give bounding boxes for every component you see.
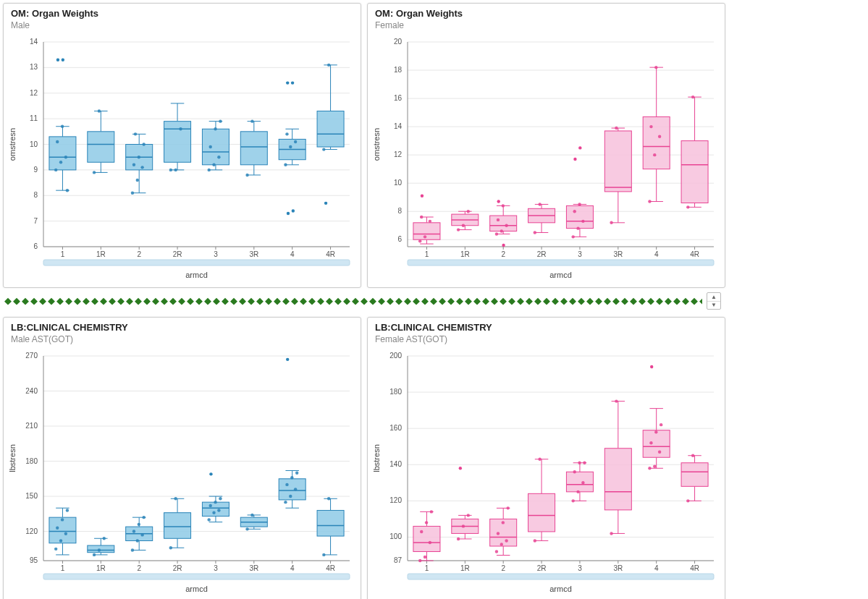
svg-point-69 [140, 166, 143, 169]
svg-rect-278 [43, 574, 350, 579]
svg-text:12: 12 [394, 150, 403, 158]
svg-text:180: 180 [25, 457, 38, 465]
svg-point-404 [424, 556, 426, 558]
svg-text:1R: 1R [460, 564, 470, 572]
svg-point-339 [245, 527, 248, 530]
svg-point-467 [658, 451, 661, 454]
panel-subtitle: Male [4, 20, 361, 33]
panel-om-female: OM: Organ Weights Female 681012141618201… [367, 3, 725, 288]
svg-rect-78 [164, 122, 191, 163]
svg-rect-345 [279, 479, 306, 500]
svg-point-428 [497, 532, 500, 535]
svg-text:6: 6 [397, 235, 402, 243]
chart-om-female[interactable]: 6810121416182011R22R33R44Romstresnarmcd [368, 33, 725, 286]
svg-point-59 [93, 171, 96, 174]
svg-point-403 [418, 559, 421, 562]
svg-point-51 [56, 59, 59, 61]
panel-title: LB:CLINICAL CHEMISTRY [375, 322, 492, 333]
svg-point-170 [424, 235, 426, 238]
svg-point-348 [289, 495, 292, 498]
svg-rect-358 [317, 510, 344, 536]
svg-point-91 [217, 156, 220, 158]
svg-text:3R: 3R [249, 564, 258, 572]
svg-text:1: 1 [61, 250, 65, 258]
svg-point-182 [467, 210, 470, 213]
svg-text:140: 140 [389, 460, 402, 468]
svg-point-215 [573, 158, 576, 161]
svg-point-287 [64, 532, 67, 535]
svg-text:2: 2 [137, 250, 141, 258]
svg-point-448 [573, 470, 576, 473]
svg-point-203 [538, 203, 541, 205]
svg-point-331 [219, 497, 222, 500]
svg-point-195 [502, 244, 505, 247]
svg-point-446 [576, 490, 579, 493]
panel-grid: OM: Organ Weights Male 6789101112131411R… [0, 0, 868, 288]
svg-point-309 [132, 530, 135, 532]
svg-point-50 [66, 189, 69, 192]
svg-text:2R: 2R [173, 250, 182, 258]
svg-point-116 [292, 209, 295, 212]
chart-om-male[interactable]: 6789101112131411R22R33R44Romstresnarmcd [4, 33, 361, 286]
svg-point-438 [538, 458, 541, 461]
svg-text:4: 4 [290, 250, 295, 258]
svg-point-231 [648, 200, 651, 203]
svg-point-319 [174, 497, 177, 500]
chevron-down-icon[interactable]: ▼ [707, 302, 720, 310]
svg-point-192 [497, 218, 500, 221]
svg-point-332 [209, 472, 212, 475]
svg-text:8: 8 [397, 207, 402, 215]
svg-point-94 [219, 119, 222, 122]
svg-point-286 [59, 539, 62, 542]
svg-point-449 [578, 462, 581, 464]
svg-point-468 [649, 441, 652, 444]
svg-text:lbstresn: lbstresn [8, 444, 17, 472]
svg-text:2: 2 [137, 564, 141, 572]
svg-point-418 [459, 467, 462, 470]
svg-point-351 [290, 476, 293, 479]
svg-point-469 [654, 430, 657, 433]
diamond-strip[interactable]: ◆◆◆◆◆◆◆◆◆◆◆◆◆◆◆◆◆◆◆◆◆◆◆◆◆◆◆◆◆◆◆◆◆◆◆◆◆◆◆◆… [4, 296, 702, 306]
svg-rect-463 [643, 430, 670, 458]
svg-text:2R: 2R [537, 250, 547, 258]
svg-text:1: 1 [425, 564, 429, 572]
svg-point-243 [691, 95, 694, 98]
svg-text:3R: 3R [249, 250, 258, 258]
svg-point-102 [250, 119, 253, 122]
svg-text:4R: 4R [326, 250, 335, 258]
svg-point-114 [291, 81, 294, 84]
svg-rect-57 [88, 132, 114, 162]
svg-text:10: 10 [30, 140, 38, 148]
svg-point-417 [467, 514, 470, 517]
svg-point-112 [285, 132, 288, 135]
chart-lb-male[interactable]: 9512015018021024027011R22R33R44Rlbstresn… [4, 347, 361, 599]
svg-point-211 [576, 226, 579, 229]
svg-point-80 [169, 169, 172, 171]
svg-text:87: 87 [394, 556, 403, 564]
svg-point-450 [583, 462, 586, 464]
svg-text:3R: 3R [613, 564, 623, 572]
svg-point-350 [285, 483, 288, 486]
chevron-up-icon[interactable]: ▲ [707, 293, 720, 302]
svg-text:omstresn: omstresn [8, 128, 17, 161]
svg-text:armcd: armcd [549, 271, 572, 279]
svg-text:3: 3 [578, 250, 582, 258]
svg-point-353 [286, 358, 289, 361]
svg-point-416 [462, 524, 465, 527]
svg-point-445 [571, 499, 574, 502]
svg-point-311 [142, 516, 145, 519]
svg-point-426 [500, 543, 503, 545]
svg-point-471 [650, 365, 653, 368]
svg-text:1: 1 [61, 564, 65, 572]
svg-text:3: 3 [214, 250, 218, 258]
divider-row: ◆◆◆◆◆◆◆◆◆◆◆◆◆◆◆◆◆◆◆◆◆◆◆◆◆◆◆◆◆◆◆◆◆◆◆◆◆◆◆◆… [4, 292, 721, 310]
svg-point-234 [649, 125, 652, 128]
row-count-spinner[interactable]: ▲ ▼ [707, 292, 721, 310]
chart-lb-female[interactable]: 8710012014016018020011R22R33R44Rlbstresn… [368, 347, 725, 599]
svg-text:6: 6 [33, 242, 38, 250]
svg-text:3: 3 [578, 564, 582, 572]
svg-point-111 [294, 140, 297, 143]
svg-point-68 [136, 179, 139, 182]
svg-text:armcd: armcd [185, 271, 208, 279]
svg-point-478 [686, 499, 689, 502]
